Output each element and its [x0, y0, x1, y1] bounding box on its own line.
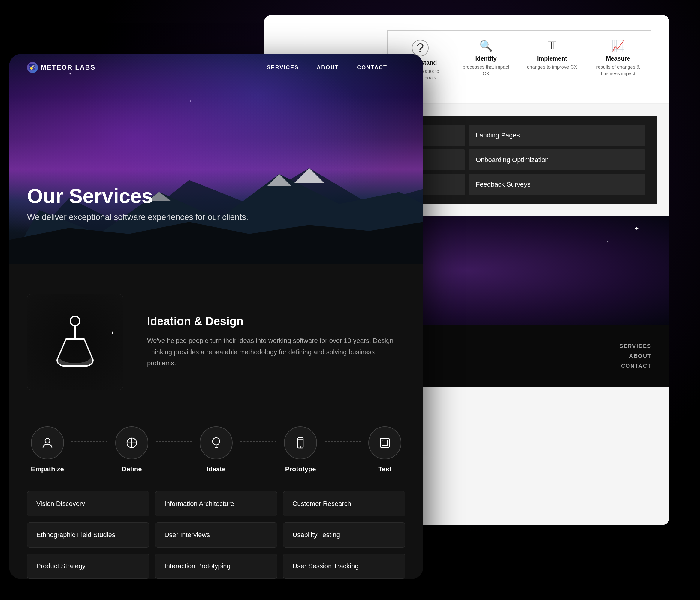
star-deco-2: ✦: [606, 240, 609, 244]
service-card-product-strategy[interactable]: Product Strategy: [27, 553, 149, 579]
define-circle: [115, 426, 148, 459]
connector-1: [71, 441, 107, 442]
footer-nav-contact[interactable]: CONTACT: [619, 363, 651, 369]
ideate-circle: [200, 426, 233, 459]
ideation-section: + · · +: [27, 282, 405, 408]
star-deco-1: ✦: [634, 225, 640, 232]
services-grid: Vision Discovery Information Architectur…: [27, 491, 405, 579]
dt-step-ideate: Ideate: [200, 426, 233, 473]
service-card-info-arch[interactable]: Information Architecture: [155, 491, 277, 516]
dt-step-prototype: Prototype: [284, 426, 317, 473]
logo-icon: 🌠: [27, 62, 38, 73]
tablet-device: ✦ ✦ ✦ ✦: [9, 54, 423, 579]
dt-steps: Empathize Define: [27, 426, 405, 473]
svg-rect-17: [298, 438, 303, 448]
service-card-vision-discovery[interactable]: Vision Discovery: [27, 491, 149, 516]
hero-content: Our Services We deliver exceptional soft…: [27, 184, 248, 222]
svg-rect-21: [380, 438, 389, 447]
service-card-usability[interactable]: Usability Testing: [283, 522, 405, 548]
nav-logo: 🌠 METEOR LABS: [27, 62, 96, 73]
cx-step-implement: 𝕋 Implement changes to improve CX: [519, 30, 585, 91]
svg-point-6: [70, 316, 80, 326]
service-landing-pages[interactable]: Landing Pages: [469, 125, 645, 146]
ideation-desc: We've helped people turn their ideas int…: [147, 335, 405, 369]
dt-steps-section: Empathize Define: [27, 408, 405, 579]
svg-point-9: [45, 438, 50, 443]
deco-dot-1: +: [39, 303, 42, 309]
service-card-user-interviews[interactable]: User Interviews: [155, 522, 277, 548]
main-content: + · · +: [9, 264, 423, 579]
connector-2: [156, 441, 192, 442]
svg-point-20: [300, 446, 301, 448]
cx-step-identify-title: Identify: [475, 55, 497, 62]
dt-step-test: Test: [368, 426, 401, 473]
deco-dot-3: ·: [36, 366, 38, 372]
connector-3: [241, 441, 276, 442]
hero-subtitle: We deliver exceptional software experien…: [27, 212, 248, 222]
dt-step-empathize: Empathize: [31, 426, 64, 473]
footer-nav: SERVICES ABOUT CONTACT: [619, 343, 651, 369]
cx-step-implement-desc: changes to improve CX: [527, 64, 577, 71]
svg-point-13: [212, 438, 220, 445]
footer-nav-services[interactable]: SERVICES: [619, 343, 651, 349]
measure-icon: 📈: [611, 40, 625, 52]
ideation-title: Ideation & Design: [147, 315, 405, 328]
ideation-text: Ideation & Design We've helped people tu…: [147, 315, 405, 369]
nav-about[interactable]: ABOUT: [317, 64, 339, 71]
flask-icon: [51, 312, 99, 372]
nav-bar: 🌠 METEOR LABS SERVICES ABOUT CONTACT: [9, 54, 423, 81]
nav-links: SERVICES ABOUT CONTACT: [267, 64, 387, 71]
implement-icon: 𝕋: [548, 40, 556, 52]
cx-step-implement-title: Implement: [537, 55, 567, 62]
define-label: Define: [122, 465, 142, 473]
nav-contact[interactable]: CONTACT: [357, 64, 387, 71]
connector-4: [325, 441, 361, 442]
service-feedback[interactable]: Feedback Surveys: [469, 174, 645, 195]
service-card-user-session[interactable]: User Session Tracking: [283, 553, 405, 579]
cx-step-measure-desc: results of changes & business impact: [593, 64, 644, 77]
deco-dot-4: +: [111, 330, 114, 336]
dt-step-define: Define: [115, 426, 148, 473]
nav-services[interactable]: SERVICES: [267, 64, 299, 71]
prototype-circle: [284, 426, 317, 459]
cx-step-identify-desc: processes that impact CX: [460, 64, 511, 77]
empathize-circle: [31, 426, 64, 459]
cx-step-measure-title: Measure: [606, 55, 630, 62]
ideate-label: Ideate: [206, 465, 226, 473]
deco-dot-2: ·: [104, 309, 105, 315]
service-onboarding[interactable]: Onboarding Optimization: [469, 149, 645, 171]
hero-section: ✦ ✦ ✦ ✦: [9, 54, 423, 264]
prototype-label: Prototype: [285, 465, 316, 473]
cx-step-identify: 🔍 Identify processes that impact CX: [453, 30, 519, 91]
test-circle: [368, 426, 401, 459]
cx-step-measure: 📈 Measure results of changes & business …: [585, 30, 651, 91]
test-label: Test: [378, 465, 392, 473]
brand-name: METEOR LABS: [41, 63, 96, 71]
service-card-customer-research[interactable]: Customer Research: [283, 491, 405, 516]
footer-nav-about[interactable]: ABOUT: [619, 353, 651, 359]
hero-title: Our Services: [27, 184, 248, 208]
empathize-label: Empathize: [31, 465, 64, 473]
service-card-interaction-proto[interactable]: Interaction Prototyping: [155, 553, 277, 579]
svg-rect-22: [382, 440, 388, 445]
ideation-icon-container: + · · +: [27, 294, 123, 390]
identify-icon: 🔍: [479, 40, 493, 52]
service-card-ethno[interactable]: Ethnographic Field Studies: [27, 522, 149, 548]
